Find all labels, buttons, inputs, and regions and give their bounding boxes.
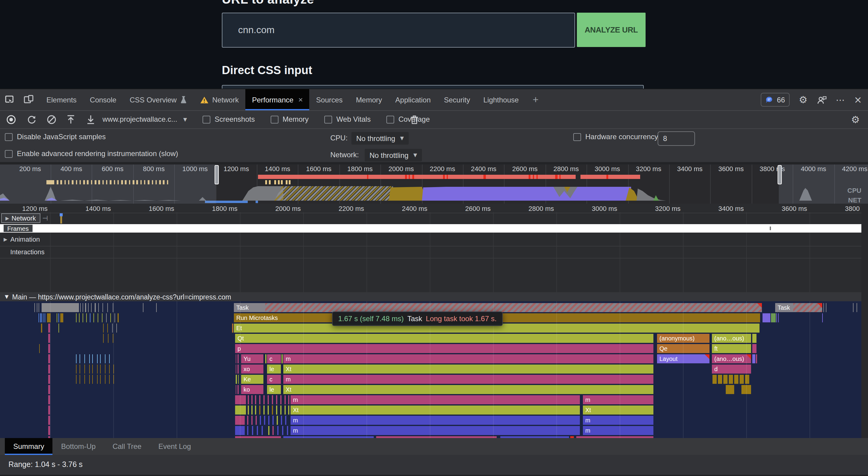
flame-tick[interactable] <box>255 416 257 425</box>
flame-bar-p[interactable]: p <box>235 344 653 353</box>
flame-tick[interactable] <box>118 313 119 322</box>
flame-tick[interactable] <box>288 395 289 404</box>
flame-tick[interactable] <box>83 313 83 322</box>
flame-tick[interactable] <box>48 323 50 332</box>
flame-tick[interactable] <box>80 375 80 384</box>
collapse-arrow-icon[interactable]: ▼ <box>5 294 8 299</box>
flame-bar-m[interactable]: m <box>283 375 653 384</box>
flame-tick[interactable] <box>268 426 270 435</box>
flame-tick[interactable] <box>91 303 92 312</box>
flame-tick[interactable] <box>281 416 282 425</box>
flame-tick[interactable] <box>97 354 98 363</box>
disable-js-checkbox[interactable]: Disable JavaScript samples <box>5 132 106 141</box>
flame-tick[interactable] <box>277 416 278 425</box>
flame-tick[interactable] <box>112 323 113 332</box>
flame-tick[interactable] <box>113 375 114 384</box>
track-frames-band[interactable]: Frames <box>0 224 861 232</box>
flame-tick[interactable] <box>85 303 86 312</box>
flame-tick[interactable] <box>251 395 253 404</box>
flame-tick[interactable] <box>740 375 744 384</box>
tab-console[interactable]: Console <box>83 89 123 110</box>
flame-tick[interactable] <box>236 385 236 394</box>
flame-tick[interactable] <box>84 354 85 363</box>
flame-bar-task[interactable]: Task <box>234 303 762 312</box>
track-interactions[interactable]: Interactions <box>10 248 44 255</box>
flame-tick[interactable] <box>276 395 277 404</box>
tab-css-overview[interactable]: CSS Overview <box>123 89 193 110</box>
network-request-item[interactable] <box>60 213 63 216</box>
flame-tick[interactable] <box>822 313 823 322</box>
flame-tick[interactable] <box>108 334 108 343</box>
timeline-overview[interactable]: 200 ms400 ms600 ms800 ms1000 ms1200 ms14… <box>0 164 868 204</box>
flame-bar-xo[interactable]: xo <box>241 364 264 374</box>
capture-settings-gear-icon[interactable]: ⚙ <box>851 110 860 128</box>
cpu-throttling-select[interactable]: No throttling ▼ <box>351 132 409 145</box>
flame-tick[interactable] <box>776 313 777 322</box>
flame-tick[interactable] <box>752 334 756 343</box>
flame-tick[interactable] <box>79 313 80 322</box>
flame-tick[interactable] <box>726 385 734 394</box>
flame-tick[interactable] <box>43 313 43 322</box>
flame-tick[interactable] <box>723 375 727 384</box>
flame-tick[interactable] <box>105 364 105 374</box>
flame-tick[interactable] <box>268 416 270 425</box>
flame-tick[interactable] <box>236 354 236 363</box>
flame-tick[interactable] <box>41 303 79 312</box>
flame-tick[interactable] <box>57 313 57 322</box>
flame-bar-m[interactable]: m <box>583 395 653 404</box>
flame-tick[interactable] <box>116 323 117 332</box>
flame-bar-xt[interactable]: Xt <box>290 406 580 415</box>
flame-tick[interactable] <box>48 375 50 384</box>
flame-tick[interactable] <box>40 313 41 322</box>
checkbox-icon[interactable] <box>386 116 394 123</box>
details-tab-summary[interactable]: Summary <box>5 438 53 455</box>
flame-tick[interactable] <box>260 416 261 425</box>
flame-tick[interactable] <box>97 375 98 384</box>
flame-tick[interactable] <box>48 416 50 425</box>
flame-tick[interactable] <box>105 354 105 363</box>
flame-bar-xt[interactable]: Xt <box>283 385 653 394</box>
flame-tick[interactable] <box>235 406 246 415</box>
flame-tick[interactable] <box>236 375 237 384</box>
flame-tick[interactable] <box>277 426 278 435</box>
url-input[interactable] <box>222 13 575 47</box>
flame-tick[interactable] <box>59 323 59 332</box>
flame-tick[interactable] <box>718 375 722 384</box>
flame-tick[interactable] <box>143 303 144 312</box>
flame-tick[interactable] <box>100 364 101 374</box>
flame-tick[interactable] <box>37 303 37 312</box>
flame-tick[interactable] <box>113 364 114 374</box>
record-icon[interactable] <box>6 110 16 128</box>
flame-tick[interactable] <box>156 303 157 312</box>
flame-tick[interactable] <box>248 406 249 415</box>
flame-tick[interactable] <box>38 313 39 322</box>
main-thread-header[interactable]: ▼ Main — https://www.projectwallace.com/… <box>0 292 868 301</box>
flame-tick[interactable] <box>102 313 102 322</box>
flame-tick[interactable] <box>238 385 239 394</box>
flame-tick[interactable] <box>247 426 248 435</box>
load-profile-icon[interactable] <box>66 110 75 128</box>
track-network[interactable]: ▶ Network <box>1 213 40 223</box>
flame-tick[interactable] <box>238 354 239 363</box>
flame-tick[interactable] <box>284 406 286 415</box>
tab-sources[interactable]: Sources <box>310 89 349 110</box>
flame-bar-anonymous[interactable]: (anonymous) <box>657 334 710 343</box>
flame-bar-xt[interactable]: Xt <box>283 364 653 374</box>
flame-tick[interactable] <box>264 416 265 425</box>
flame-tick[interactable] <box>268 395 269 404</box>
flame-tick[interactable] <box>88 303 89 312</box>
flame-tick[interactable] <box>712 375 717 384</box>
flame-tick[interactable] <box>273 416 274 425</box>
flame-tick[interactable] <box>98 313 98 322</box>
flame-tick[interactable] <box>826 303 827 312</box>
clear-icon[interactable] <box>46 110 57 128</box>
flame-tick[interactable] <box>745 375 749 384</box>
flame-bar-d[interactable]: d <box>712 364 751 374</box>
add-tab-button[interactable]: + <box>525 89 546 110</box>
close-devtools-icon[interactable]: × <box>854 94 862 105</box>
tab-memory[interactable]: Memory <box>349 89 389 110</box>
flame-tick[interactable] <box>756 354 757 363</box>
flame-tick[interactable] <box>113 334 113 343</box>
flame-tick[interactable] <box>97 364 98 374</box>
flame-tick[interactable] <box>109 354 110 363</box>
